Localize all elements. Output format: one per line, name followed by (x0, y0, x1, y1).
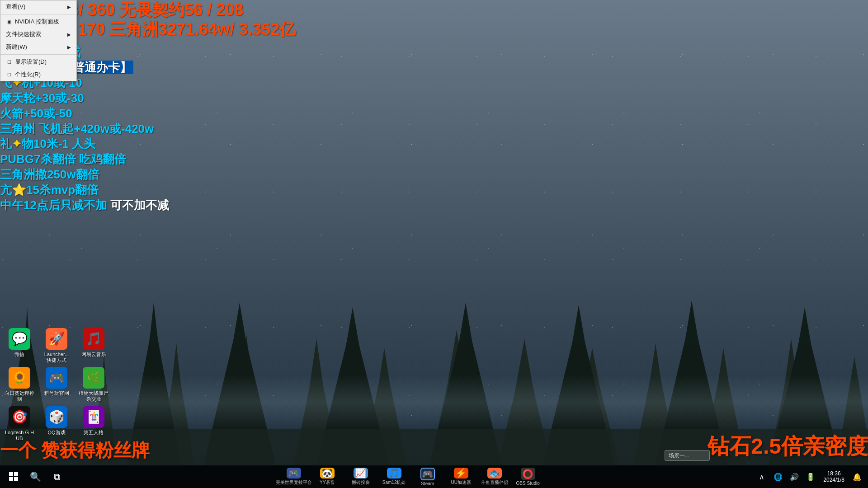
desktop-icon-netease-music[interactable]: 🎵 网易云音乐 (78, 328, 109, 363)
steam-label: Steam (421, 481, 434, 486)
taskbar-app-steam[interactable]: 🎮 Steam (412, 467, 443, 487)
uu-label: UU加速器 (451, 479, 471, 486)
tray-icon-1[interactable]: ∧ (755, 469, 769, 484)
desktop-icon-row-2: 🌻 向日葵远程控制 🎮 租号玩官网 🌿 植物大战僵尸杂交版 (4, 367, 109, 402)
context-menu-filesearch-label: 文件快速搜索 (6, 30, 41, 38)
taskbar-app-uu[interactable]: ⚡ UU加速器 (445, 467, 477, 487)
taskbar-right: ∧ 🌐 🔊 🔋 18:36 2024/1/8 🔔 (755, 469, 864, 484)
zuhaowang-label: 租号玩官网 (44, 390, 69, 396)
yy-label: YY语音 (320, 479, 335, 486)
tray-network-icon[interactable]: 🌐 (771, 469, 785, 484)
time-display: 18:36 (827, 470, 841, 477)
network-icon: 🌐 (774, 473, 783, 481)
sunflower-icon: 🌻 (9, 367, 30, 389)
desktop-icon-row-1: 💬 微信 🚀 Launcher...快捷方式 🎵 网易云音乐 (4, 328, 109, 363)
volume-icon: 🔊 (790, 473, 799, 481)
context-menu-view-label: 查看(V) (6, 3, 25, 11)
context-menu-new-label: 新建(W) (6, 43, 27, 51)
obs-label: OBS Studio (516, 481, 540, 486)
chevron-icon: ∧ (759, 473, 764, 481)
taskbar-app-douyu[interactable]: 🐟 斗鱼直播伴侣 (479, 467, 510, 487)
menu-divider-2 (0, 54, 76, 55)
context-menu-new[interactable]: 新建(W) (0, 41, 76, 53)
pvz-icon: 🌿 (83, 367, 104, 389)
task-view-button[interactable]: ⧉ (47, 467, 67, 487)
sunflower-label: 向日葵远程控制 (4, 390, 35, 402)
display-icon: ☐ (6, 59, 12, 65)
date-display: 2024/1/8 (823, 477, 844, 483)
scene-search-area (665, 450, 710, 461)
easymon-label: 搬砖投资 (352, 479, 370, 486)
context-menu-personalize[interactable]: ☐ 个性化(R) (0, 68, 76, 81)
desktop-background (0, 0, 868, 488)
search-button[interactable]: 🔍 (25, 467, 45, 487)
fifthpersonality-icon: 🃏 (83, 406, 104, 428)
yy-icon: 🐼 (320, 468, 335, 479)
launcher-icon: 🚀 (46, 328, 67, 350)
wechat-icon: 💬 (9, 328, 30, 350)
desktop-icon-qqgame[interactable]: 🎲 QQ游戏 (41, 406, 72, 441)
nvidia-icon: ▣ (6, 19, 12, 25)
svg-rect-41 (9, 472, 13, 476)
context-menu-nvidia[interactable]: ▣ NVIDIA 控制面板 (0, 15, 76, 28)
windows-logo-icon (9, 472, 18, 481)
desktop-icon-sunflower[interactable]: 🌻 向日葵远程控制 (4, 367, 35, 402)
tray-volume-icon[interactable]: 🔊 (787, 469, 802, 484)
menu-divider-1 (0, 14, 76, 14)
launcher-label: Launcher...快捷方式 (44, 352, 69, 363)
notification-bell-icon: 🔔 (853, 473, 862, 481)
easymon-icon: 📈 (354, 468, 368, 479)
tray-battery-icon[interactable]: 🔋 (803, 469, 818, 484)
personalize-icon: ☐ (6, 71, 12, 78)
desktop-icon-fifthpersonality[interactable]: 🃏 第五人格 (78, 406, 109, 441)
steam-icon: 🎮 (420, 468, 435, 480)
uu-icon: ⚡ (454, 468, 468, 479)
pvz-label: 植物大战僵尸杂交版 (78, 390, 109, 402)
context-menu-display[interactable]: ☐ 显示设置(D) (0, 56, 76, 68)
context-menu-display-label: 显示设置(D) (15, 58, 47, 66)
desktop-icon-launcher[interactable]: 🚀 Launcher...快捷方式 (41, 328, 72, 363)
taskbar-app-yy[interactable]: 🐼 YY语音 (311, 467, 343, 487)
scene-search-input[interactable] (665, 450, 710, 461)
desktop-icon-pvz[interactable]: 🌿 植物大战僵尸杂交版 (78, 367, 109, 402)
perfectworld-icon: 🎮 (287, 468, 301, 479)
douyu-icon: 🐟 (487, 468, 502, 479)
context-menu-personalize-label: 个性化(R) (15, 70, 41, 79)
netease-music-icon: 🎵 (83, 328, 104, 350)
taskbar: 🔍 ⧉ 🎮 完美世界竞技平台 🐼 YY语音 📈 搬砖投资 🎵 Sam12机架 🎮… (0, 465, 868, 488)
taskbar-app-easymon[interactable]: 📈 搬砖投资 (345, 467, 377, 487)
logitech-icon: 🎯 (9, 406, 30, 428)
task-view-icon: ⧉ (54, 472, 60, 482)
desktop-icon-row-3: 🎯 Logitech G HUB 🎲 QQ游戏 🃏 第五人格 (4, 406, 109, 441)
taskbar-left: 🔍 ⧉ (4, 467, 67, 487)
taskbar-app-sam12[interactable]: 🎵 Sam12机架 (378, 467, 410, 487)
perfectworld-label: 完美世界竞技平台 (276, 479, 312, 486)
sam12-label: Sam12机架 (382, 479, 406, 486)
context-menu-view[interactable]: 查看(V) (0, 0, 76, 13)
desktop-icon-wechat[interactable]: 💬 微信 (4, 328, 35, 363)
desktop-icon-zuhaowang[interactable]: 🎮 租号玩官网 (41, 367, 72, 402)
qqgame-icon: 🎲 (46, 406, 67, 428)
search-icon: 🔍 (30, 471, 41, 482)
svg-rect-43 (9, 477, 13, 481)
context-menu: 查看(V) ▣ NVIDIA 控制面板 文件快速搜索 新建(W) ☐ 显示设置(… (0, 0, 77, 81)
douyu-label: 斗鱼直播伴侣 (481, 479, 508, 486)
bottom-right-overlay: 钻石2.5倍亲密度 (708, 432, 868, 461)
qqgame-label: QQ游戏 (47, 430, 65, 436)
svg-rect-42 (14, 472, 18, 476)
start-button[interactable] (4, 467, 24, 487)
wechat-label: 微信 (14, 352, 24, 357)
netease-music-label: 网易云音乐 (81, 352, 106, 357)
taskbar-app-obs[interactable]: ⭕ OBS Studio (512, 467, 544, 487)
svg-rect-44 (14, 477, 18, 481)
context-menu-filesearch[interactable]: 文件快速搜索 (0, 28, 76, 41)
battery-icon: 🔋 (806, 473, 815, 481)
zuhaowang-icon: 🎮 (46, 367, 67, 389)
stream-text: 一个 赞获得粉丝牌 (0, 439, 150, 461)
desktop-icon-logitech[interactable]: 🎯 Logitech G HUB (4, 406, 35, 441)
taskbar-app-perfectworld[interactable]: 🎮 完美世界竞技平台 (278, 467, 310, 487)
notification-icon[interactable]: 🔔 (850, 469, 864, 484)
obs-icon: ⭕ (521, 468, 535, 480)
clock-area[interactable]: 18:36 2024/1/8 (820, 470, 848, 483)
sam12-icon: 🎵 (387, 468, 401, 479)
